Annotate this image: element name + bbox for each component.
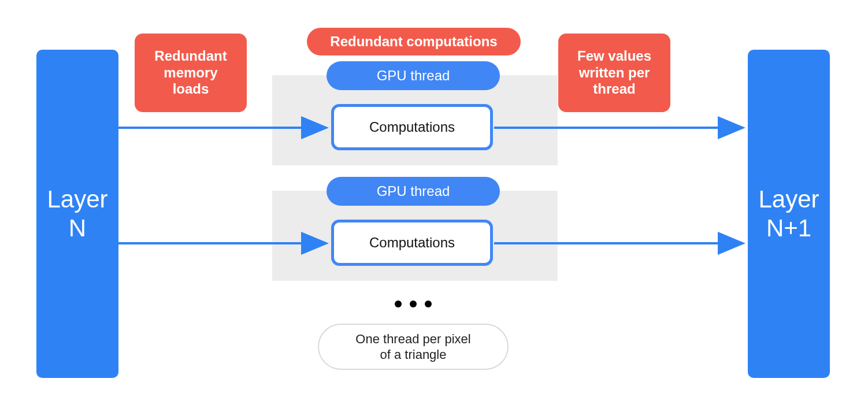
callout-redundant-computations: Redundant computations xyxy=(307,28,521,55)
computations-box-0: Computations xyxy=(331,104,493,150)
dot-icon xyxy=(410,301,417,307)
dot-icon xyxy=(425,301,432,307)
gpu-thread-pill-0-label: GPU thread xyxy=(377,68,450,84)
layer-n-box: Layer N xyxy=(36,50,118,378)
footer-one-thread-pill: One thread per pixel of a triangle xyxy=(318,324,509,370)
redundant-computations-text: Redundant computations xyxy=(330,34,497,50)
gpu-thread-pill-1-label: GPU thread xyxy=(377,183,450,199)
computations-box-1: Computations xyxy=(331,220,493,266)
layer-n-label: Layer N xyxy=(47,185,107,243)
callout-few-values: Few values written per thread xyxy=(558,34,670,112)
footer-pill-text: One thread per pixel of a triangle xyxy=(355,331,470,363)
few-values-text: Few values written per thread xyxy=(577,48,651,98)
dot-icon xyxy=(395,301,402,307)
computations-0-label: Computations xyxy=(369,119,455,135)
callout-redundant-memory-loads: Redundant memory loads xyxy=(135,34,247,112)
computations-1-label: Computations xyxy=(369,235,455,251)
gpu-thread-pill-1: GPU thread xyxy=(327,177,500,206)
gpu-thread-pill-0: GPU thread xyxy=(327,61,500,90)
layer-n1-box: Layer N+1 xyxy=(748,50,830,378)
redundant-memory-text: Redundant memory loads xyxy=(154,48,227,98)
layer-n1-label: Layer N+1 xyxy=(758,185,819,243)
ellipsis-icon xyxy=(393,301,433,307)
